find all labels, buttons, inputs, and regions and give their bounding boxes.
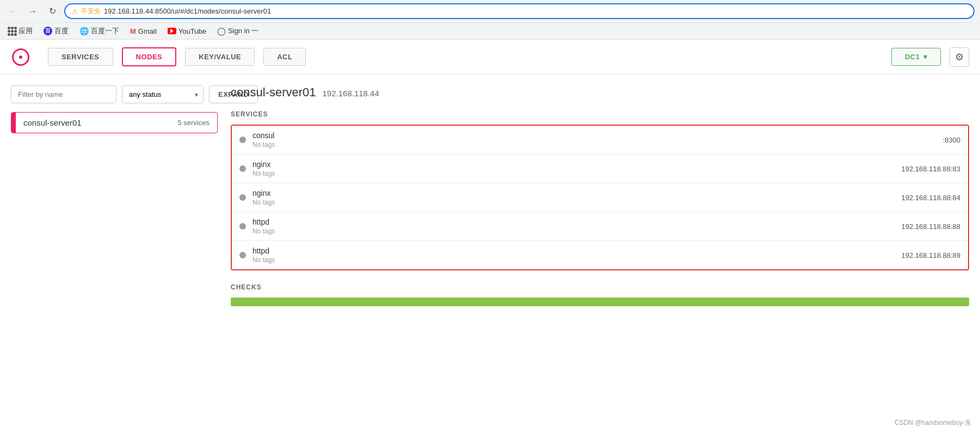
- checks-section: CHECKS: [231, 283, 969, 306]
- node-title: consul-server01: [231, 85, 316, 100]
- checks-bar: [231, 298, 969, 306]
- service-port-1: 192.168.118.88:83: [902, 165, 960, 173]
- tab-services[interactable]: SERVICES: [48, 48, 113, 66]
- top-nav: SERVICES NODES KEY/VALUE ACL DC1 ▾ ⚙: [0, 40, 980, 75]
- service-entry-2[interactable]: nginx No tags 192.168.118.88:84: [232, 183, 968, 212]
- baidu-icon: 百: [44, 27, 52, 35]
- dc-arrow: ▾: [923, 53, 928, 61]
- service-name-1: nginx: [252, 160, 902, 169]
- node-status-bar: [11, 113, 16, 133]
- address-bar-container: ⚠ 不安全: [64, 3, 975, 19]
- services-box: consul No tags :8300 nginx No tags 192.1…: [231, 125, 969, 270]
- security-label: 不安全: [81, 7, 101, 16]
- checks-section-label: CHECKS: [231, 283, 969, 291]
- bookmark-gmail-label: Gmail: [138, 27, 157, 35]
- bookmark-baidu[interactable]: 百 百度: [41, 25, 71, 37]
- bookmark-baidu-label: 百度: [54, 26, 69, 36]
- service-name-2: nginx: [252, 189, 902, 197]
- bookmark-apps[interactable]: 应用: [5, 25, 35, 37]
- settings-button[interactable]: ⚙: [950, 47, 969, 67]
- consul-app: SERVICES NODES KEY/VALUE ACL DC1 ▾ ⚙ any…: [0, 40, 980, 429]
- node-item-consul-server01[interactable]: consul-server01 5 services: [11, 112, 218, 133]
- service-port-3: 192.168.118.88:88: [902, 222, 960, 231]
- service-name-0: consul: [252, 131, 942, 140]
- node-services-count: 5 services: [177, 119, 209, 127]
- watermark: CSDN @handsomeboy-东: [895, 418, 971, 428]
- security-icon: ⚠: [72, 8, 78, 15]
- bookmark-youtube-label: YouTube: [178, 27, 206, 35]
- node-info: consul-server01 5 services: [16, 113, 217, 133]
- globe-icon: 🌐: [79, 27, 89, 35]
- browser-chrome: ← → ↻ ⚠ 不安全 应用 百 百度 🌐 百度一下: [0, 0, 980, 40]
- service-name-3: httpd: [252, 218, 902, 226]
- filter-input[interactable]: [11, 85, 116, 103]
- refresh-button[interactable]: ↻: [45, 4, 60, 19]
- youtube-icon: [168, 28, 176, 34]
- service-status-dot-1: [239, 165, 246, 172]
- service-port-2: 192.168.118.88:84: [902, 194, 960, 202]
- apps-icon: [8, 27, 16, 35]
- service-tags-0: No tags: [252, 141, 942, 149]
- node-name: consul-server01: [23, 118, 82, 127]
- service-tags-4: No tags: [252, 256, 902, 264]
- status-select[interactable]: any status passing warning critical: [122, 85, 204, 103]
- bookmark-apps-label: 应用: [19, 26, 33, 36]
- service-status-dot-3: [239, 223, 246, 230]
- main-content: any status passing warning critical EXPA…: [0, 75, 980, 317]
- service-details-2: nginx No tags: [252, 189, 902, 206]
- service-entry-4[interactable]: httpd No tags 192.168.118.88:89: [232, 241, 968, 269]
- tab-nodes[interactable]: NODES: [122, 47, 177, 66]
- logo-circle: [12, 48, 29, 66]
- service-entry-0[interactable]: consul No tags :8300: [232, 126, 968, 154]
- right-panel: consul-server01 192.168.118.44 SERVICES …: [231, 85, 969, 306]
- service-port-4: 192.168.118.88:89: [902, 251, 960, 259]
- bookmarks-bar: 应用 百 百度 🌐 百度一下 M Gmail YouTube ◯ Sign in…: [0, 22, 980, 39]
- service-details-4: httpd No tags: [252, 246, 902, 264]
- service-status-dot-4: [239, 252, 246, 258]
- node-ip: 192.168.118.44: [323, 89, 379, 98]
- gmail-icon: M: [130, 27, 136, 35]
- logo-dot: [19, 55, 22, 59]
- forward-button[interactable]: →: [25, 4, 40, 19]
- left-panel: any status passing warning critical EXPA…: [11, 85, 218, 306]
- service-tags-3: No tags: [252, 227, 902, 235]
- browser-toolbar: ← → ↻ ⚠ 不安全: [0, 0, 980, 22]
- tab-acl[interactable]: ACL: [263, 48, 306, 66]
- service-entry-3[interactable]: httpd No tags 192.168.118.88:88: [232, 212, 968, 241]
- service-tags-2: No tags: [252, 199, 902, 206]
- service-details-0: consul No tags: [252, 131, 942, 149]
- service-name-4: httpd: [252, 246, 902, 255]
- service-status-dot-0: [239, 137, 246, 143]
- service-port-0: :8300: [942, 136, 960, 144]
- bookmark-baidu-search[interactable]: 🌐 百度一下: [77, 25, 121, 37]
- back-button[interactable]: ←: [5, 4, 21, 19]
- services-section-label: SERVICES: [231, 110, 969, 118]
- filter-row: any status passing warning critical EXPA…: [11, 85, 218, 103]
- service-details-3: httpd No tags: [252, 218, 902, 235]
- bookmark-gmail[interactable]: M Gmail: [128, 26, 159, 36]
- github-icon: ◯: [217, 27, 226, 35]
- bookmark-youtube[interactable]: YouTube: [165, 26, 208, 36]
- bookmark-signin-label: Sign in 一: [228, 26, 258, 36]
- status-select-wrapper: any status passing warning critical: [122, 85, 204, 103]
- service-tags-1: No tags: [252, 170, 902, 177]
- address-bar[interactable]: [104, 7, 967, 15]
- dc-label: DC1: [905, 53, 920, 61]
- bookmark-github[interactable]: ◯ Sign in 一: [215, 25, 261, 37]
- consul-logo: [11, 47, 30, 67]
- dc-selector[interactable]: DC1 ▾: [891, 48, 941, 66]
- service-status-dot-2: [239, 194, 246, 201]
- bookmark-baidu-search-label: 百度一下: [91, 26, 119, 36]
- service-details-1: nginx No tags: [252, 160, 902, 177]
- node-header: consul-server01 192.168.118.44: [231, 85, 969, 100]
- service-entry-1[interactable]: nginx No tags 192.168.118.88:83: [232, 154, 968, 183]
- tab-keyvalue[interactable]: KEY/VALUE: [185, 48, 255, 66]
